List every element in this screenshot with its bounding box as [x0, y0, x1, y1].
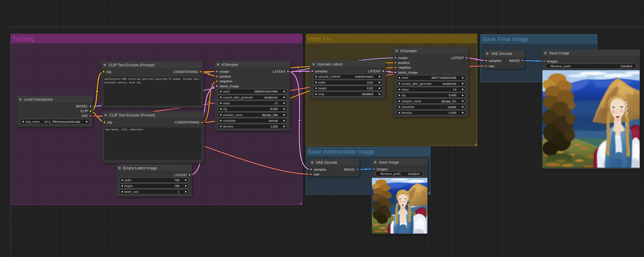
svg-text:Upscale Latent: Upscale Latent — [317, 62, 342, 66]
svg-text:clip: clip — [107, 121, 112, 124]
svg-text:denoise: denoise — [223, 125, 234, 128]
svg-text:Save Image: Save Image — [379, 160, 399, 164]
svg-text:vae: vae — [314, 173, 319, 176]
svg-text:positive: positive — [220, 75, 231, 78]
svg-text:1152: 1152 — [367, 86, 373, 90]
svg-text:ComfyUI: ComfyUI — [621, 64, 632, 68]
svg-text:1: 1 — [178, 190, 179, 193]
svg-text:denoise: denoise — [402, 111, 412, 114]
svg-text:Txt2Img: Txt2Img — [12, 35, 34, 42]
svg-text:CLIP Text Encode (Prompt): CLIP Text Encode (Prompt) — [108, 63, 154, 67]
svg-text:samples: samples — [314, 168, 326, 172]
svg-text:samples: samples — [315, 69, 328, 73]
svg-text:control_after_generate: control_after_generate — [223, 96, 253, 99]
svg-text:filename_prefix: filename_prefix — [551, 64, 571, 68]
svg-text:scheduler: scheduler — [402, 105, 414, 109]
svg-text:simple: simple — [448, 105, 456, 109]
svg-text:positive: positive — [398, 61, 410, 65]
svg-text:12: 12 — [274, 101, 278, 105]
svg-text:VAE Decode: VAE Decode — [316, 160, 337, 165]
svg-text:ComfyUI: ComfyUI — [408, 172, 420, 175]
svg-text:VAE: VAE — [82, 114, 88, 118]
svg-text:KSampler: KSampler — [222, 62, 238, 67]
svg-text:steps: steps — [223, 101, 230, 105]
svg-text:control_after_generate: control_after_generate — [402, 82, 432, 85]
svg-text:cfg: cfg — [402, 93, 406, 97]
svg-text:VAE Decode: VAE Decode — [491, 51, 512, 56]
svg-text:samples: samples — [489, 59, 501, 63]
svg-text:Save Intermediate Image: Save Intermediate Image — [308, 148, 374, 155]
svg-text:batch_size: batch_size — [124, 190, 139, 193]
svg-text:crop: crop — [318, 92, 324, 96]
svg-text:width: width — [318, 81, 325, 84]
svg-text:89848141647836: 89848141647836 — [254, 90, 278, 93]
svg-text:IMAGE: IMAGE — [509, 59, 520, 63]
svg-text:0.500: 0.500 — [449, 111, 456, 114]
svg-text:Empty Latent Image: Empty Latent Image — [123, 166, 157, 170]
svg-text:v2-1_768-ema-pruned.ckpt: v2-1_768-ema-pruned.ckpt — [44, 120, 80, 123]
svg-text:IMAGE: IMAGE — [344, 168, 355, 172]
svg-text:seed: seed — [223, 90, 230, 93]
svg-text:images: images — [377, 167, 388, 171]
svg-text:normal: normal — [268, 119, 278, 122]
svg-text:latent_image: latent_image — [398, 71, 418, 74]
svg-text:clip: clip — [106, 70, 112, 74]
svg-text:Load Checkpoint: Load Checkpoint — [24, 97, 52, 101]
svg-text:disabled: disabled — [362, 92, 373, 96]
svg-text:nearest-exact: nearest-exact — [355, 75, 373, 78]
svg-text:height: height — [124, 184, 133, 188]
svg-text:sampler_name: sampler_name — [402, 99, 421, 103]
svg-text:bad hands, text, watermark: bad hands, text, watermark — [105, 128, 143, 131]
svg-text:14: 14 — [453, 88, 456, 91]
svg-text:LATENT: LATENT — [368, 69, 381, 73]
svg-text:CLIP: CLIP — [80, 109, 88, 113]
svg-text:model: model — [220, 70, 229, 74]
svg-text:CLIP Text Encode (Prompt): CLIP Text Encode (Prompt) — [109, 113, 155, 117]
svg-text:1152: 1152 — [367, 81, 373, 84]
svg-text:latent_image: latent_image — [220, 84, 239, 88]
svg-text:upscale_method: upscale_method — [318, 75, 340, 78]
svg-text:dpmpp_sde: dpmpp_sde — [262, 113, 278, 117]
svg-text:steps: steps — [402, 88, 409, 91]
svg-text:negative: negative — [220, 79, 232, 83]
svg-text:masterpiece HDR victorian port: masterpiece HDR victorian portrait paint… — [104, 78, 201, 81]
svg-text:height: height — [318, 86, 327, 90]
svg-text:randomize: randomize — [264, 96, 278, 99]
svg-text:469771404043268: 469771404043268 — [432, 76, 456, 79]
svg-text:Hires Fix: Hires Fix — [308, 35, 331, 42]
svg-text:vae: vae — [489, 64, 494, 68]
svg-text:images: images — [547, 59, 558, 63]
svg-text:LATENT: LATENT — [273, 70, 286, 74]
svg-text:scheduler: scheduler — [223, 119, 236, 122]
svg-text:negative: negative — [398, 66, 411, 69]
svg-text:seed: seed — [402, 76, 408, 79]
svg-text:LATENT: LATENT — [451, 56, 464, 60]
svg-text:1.000: 1.000 — [270, 125, 278, 128]
svg-text:randomize: randomize — [442, 82, 456, 85]
svg-text:sampler_name: sampler_name — [223, 113, 243, 117]
svg-text:768: 768 — [174, 178, 179, 182]
svg-text:Save Image: Save Image — [549, 51, 569, 55]
svg-text:8.000: 8.000 — [270, 107, 278, 111]
svg-text:CONDITIONING: CONDITIONING — [174, 121, 200, 124]
svg-text:cfg: cfg — [223, 107, 227, 111]
svg-text:8.000: 8.000 — [449, 93, 456, 97]
svg-text:dpmpp_2m: dpmpp_2m — [441, 99, 456, 103]
svg-text:768: 768 — [174, 184, 179, 188]
svg-text:mountain nature, blue sky: mountain nature, blue sky — [104, 81, 141, 84]
svg-text:filename_prefix: filename_prefix — [380, 172, 401, 175]
svg-text:model: model — [398, 56, 407, 60]
svg-text:MODEL: MODEL — [76, 104, 88, 108]
svg-text:Save Final Image: Save Final Image — [482, 36, 528, 42]
svg-text:LATENT: LATENT — [174, 173, 187, 177]
svg-text:width: width — [124, 178, 132, 182]
svg-text:KSampler: KSampler — [400, 49, 417, 53]
svg-text:ckpt_name: ckpt_name — [25, 120, 40, 123]
svg-text:CONDITIONING: CONDITIONING — [173, 70, 198, 74]
